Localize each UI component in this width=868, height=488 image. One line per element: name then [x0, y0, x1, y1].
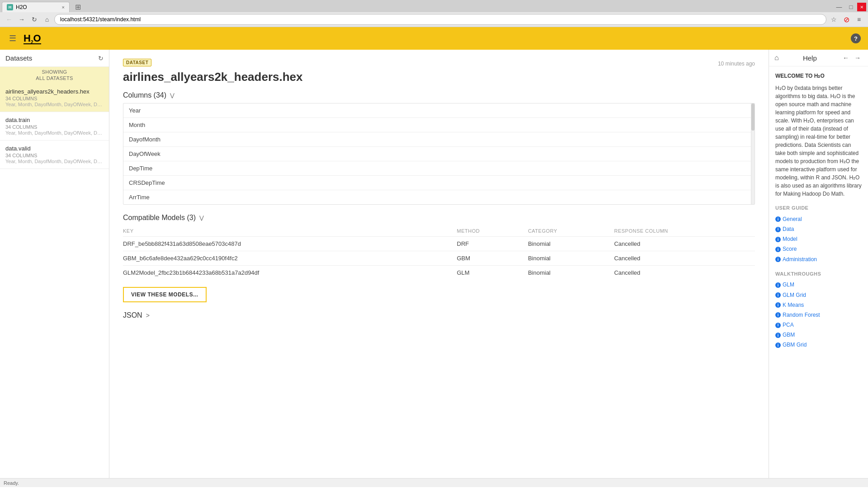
model-row: GLM2Model_2fbc23b1b6844233a68b531a7a2d94… — [123, 266, 755, 280]
link-icon-k-means: i — [775, 302, 781, 308]
columns-scrollbar-thumb — [751, 103, 755, 131]
column-item-dayofmonth: DayofMonth — [123, 132, 755, 147]
columns-section-label: Columns (34) — [123, 91, 166, 99]
model-response-2: Cancelled — [610, 266, 755, 280]
guide-link-model[interactable]: i Model — [775, 235, 862, 244]
walkthrough-link-k-means[interactable]: i K Means — [775, 301, 862, 310]
column-item-month: Month — [123, 118, 755, 132]
column-item-deptime: DepTime — [123, 161, 755, 176]
help-icon[interactable]: ? — [851, 33, 861, 43]
right-panel-nav: ← → — [841, 53, 863, 62]
guide-link-data[interactable]: i Data — [775, 225, 862, 234]
link-icon-data: i — [775, 227, 781, 232]
view-models-button[interactable]: VIEW THESE MODELS... — [123, 287, 207, 302]
user-guide-title: USER GUIDE — [775, 204, 862, 212]
walkthroughs-title: WALKTHROUGHS — [775, 270, 862, 278]
link-icon-general: i — [775, 216, 781, 222]
browser-actions: ☆ ⊘ ≡ — [828, 14, 864, 25]
col-header-method: METHOD — [453, 225, 524, 237]
minimize-button[interactable]: — — [834, 3, 845, 11]
model-row: DRF_be5bb882f431a63d8508eae5703c487d DRF… — [123, 237, 755, 251]
models-collapse-arrow: ⋁ — [199, 215, 204, 221]
sidebar-dataset-item[interactable]: airlines_allyears2k_headers.hex 34 COLUM… — [0, 84, 109, 112]
walkthrough-link-glm-grid[interactable]: i GLM Grid — [775, 291, 862, 300]
right-panel: ⌂ Help ← → WELCOME TO H₂O H₂O by 0xdata … — [769, 50, 868, 478]
right-panel-title: Help — [803, 54, 817, 62]
link-icon-gbm-grid: i — [775, 343, 781, 348]
browser-tab-h2o[interactable]: H H2O × — [2, 2, 70, 12]
app-header: ☰ H2O ? — [0, 27, 868, 50]
dataset-item-preview: Year, Month, DayofMonth, DayOfWeek, DepT… — [5, 102, 104, 107]
sidebar-dataset-item[interactable]: data.valid 34 COLUMNS Year, Month, Dayof… — [0, 141, 109, 169]
welcome-title: WELCOME TO H₂O — [775, 72, 862, 80]
columns-collapse-arrow: ⋁ — [170, 92, 175, 99]
model-category-2: Binomial — [524, 266, 611, 280]
dataset-timestamp: 10 minutes ago — [718, 61, 755, 67]
browser-tabs: H H2O × ⊞ — □ × — [0, 0, 868, 12]
back-button[interactable]: ← — [4, 14, 14, 25]
columns-section-header[interactable]: Columns (34) ⋁ — [123, 91, 755, 99]
dataset-item-cols: 34 COLUMNS — [5, 153, 104, 158]
guide-link-score[interactable]: i Score — [775, 245, 862, 253]
guide-link-general[interactable]: i General — [775, 215, 862, 224]
home-button[interactable]: ⌂ — [42, 14, 52, 25]
walkthrough-link-gbm[interactable]: i GBM — [775, 331, 862, 339]
app-logo: H2O — [24, 33, 41, 44]
right-panel-back-button[interactable]: ← — [841, 53, 851, 62]
dataset-item-cols: 34 COLUMNS — [5, 124, 104, 130]
model-response-0: Cancelled — [610, 237, 755, 251]
menu-button[interactable]: ≡ — [854, 14, 864, 25]
walkthrough-link-gbm-grid[interactable]: i GBM Grid — [775, 341, 862, 349]
status-text: Ready. — [4, 480, 19, 486]
json-expand-arrow: > — [146, 312, 150, 319]
dataset-item-cols: 34 COLUMNS — [5, 96, 104, 101]
browser-chrome: H H2O × ⊞ — □ × ← → ↻ ⌂ ☆ ⊘ ≡ — [0, 0, 868, 27]
app-container: ☰ H2O ? Datasets ↻ SHOWING ALL DATASETS … — [0, 27, 868, 487]
col-header-response: RESPONSE COLUMN — [610, 225, 755, 237]
models-section-header[interactable]: Compatible Models (3) ⋁ — [123, 214, 755, 222]
models-table: KEY METHOD CATEGORY RESPONSE COLUMN DRF_… — [123, 225, 755, 280]
right-panel-content: WELCOME TO H₂O H₂O by 0xdata brings bett… — [769, 66, 868, 478]
reload-button[interactable]: ↻ — [29, 14, 40, 25]
sidebar: Datasets ↻ SHOWING ALL DATASETS airlines… — [0, 50, 109, 478]
column-item-crsdeptime: CRSDepTime — [123, 176, 755, 190]
right-panel-forward-button[interactable]: → — [853, 53, 863, 62]
dataset-title: airlines_allyears2k_headers.hex — [123, 70, 755, 84]
column-item-arrtime: ArrTime — [123, 190, 755, 204]
forward-button[interactable]: → — [16, 14, 27, 25]
guide-link-administration[interactable]: i Administration — [775, 255, 862, 264]
address-bar[interactable] — [54, 14, 826, 25]
link-icon-gbm: i — [775, 333, 781, 338]
models-section-label: Compatible Models (3) — [123, 214, 196, 222]
model-category-0: Binomial — [524, 237, 611, 251]
browser-nav: ← → ↻ ⌂ ☆ ⊘ ≡ — [0, 12, 868, 27]
hamburger-menu-button[interactable]: ☰ — [7, 32, 18, 45]
dataset-item-name: data.valid — [5, 145, 104, 152]
maximize-button[interactable]: □ — [847, 3, 856, 11]
sidebar-title: Datasets — [5, 54, 32, 62]
sidebar-refresh-button[interactable]: ↻ — [98, 55, 104, 62]
content-panel: DATASET 10 minutes ago airlines_allyears… — [109, 50, 769, 478]
sidebar-dataset-item[interactable]: data.train 34 COLUMNS Year, Month, Dayof… — [0, 112, 109, 141]
columns-scrollbar[interactable] — [751, 103, 755, 204]
dataset-item-name: airlines_allyears2k_headers.hex — [5, 88, 104, 95]
model-key-2: GLM2Model_2fbc23b1b6844233a68b531a7a2d94… — [123, 266, 453, 280]
new-tab-button[interactable]: ⊞ — [72, 2, 84, 12]
walkthrough-link-pca[interactable]: i PCA — [775, 321, 862, 329]
dataset-item-name: data.train — [5, 117, 104, 123]
bookmark-button[interactable]: ☆ — [828, 14, 839, 25]
right-panel-top: ⌂ Help ← → — [769, 50, 868, 66]
walkthrough-link-random-forest[interactable]: i Random Forest — [775, 311, 862, 319]
col-header-key: KEY — [123, 225, 453, 237]
close-window-button[interactable]: × — [857, 3, 866, 11]
json-section-header[interactable]: JSON > — [123, 311, 755, 319]
sidebar-datasets-list: airlines_allyears2k_headers.hex 34 COLUM… — [0, 84, 109, 478]
right-panel-home-button[interactable]: ⌂ — [774, 54, 779, 62]
columns-list: Year Month DayofMonth DayOfWeek DepTime … — [123, 103, 755, 205]
model-key-1: GBM_b6c6afe8dee432aa629c0cc4190f4fc2 — [123, 251, 453, 266]
tab-close-button[interactable]: × — [62, 5, 65, 10]
json-label: JSON — [123, 311, 142, 319]
model-method-1: GBM — [453, 251, 524, 266]
sidebar-showing: SHOWING ALL DATASETS — [0, 67, 109, 84]
walkthrough-link-glm[interactable]: i GLM — [775, 281, 862, 289]
